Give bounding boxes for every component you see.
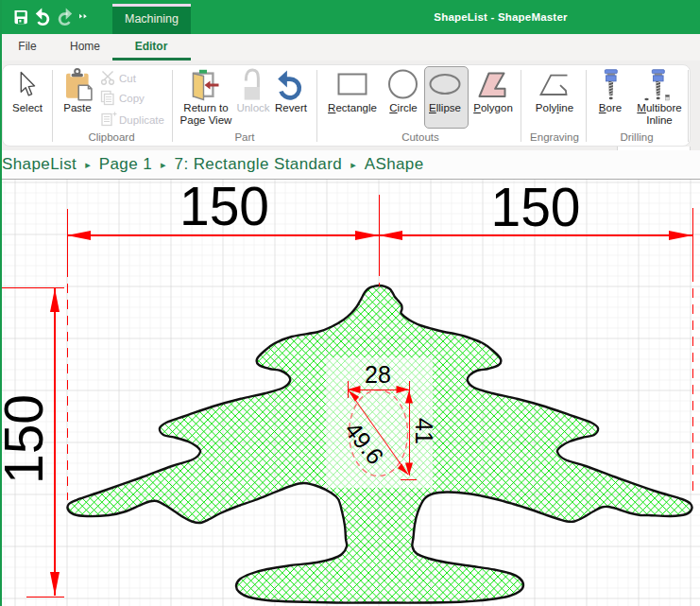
- svg-text:150: 150: [490, 180, 580, 237]
- svg-text:150: 150: [2, 394, 54, 484]
- svg-text:41: 41: [411, 418, 437, 444]
- svg-text:150: 150: [179, 180, 269, 236]
- svg-text:28: 28: [365, 361, 391, 388]
